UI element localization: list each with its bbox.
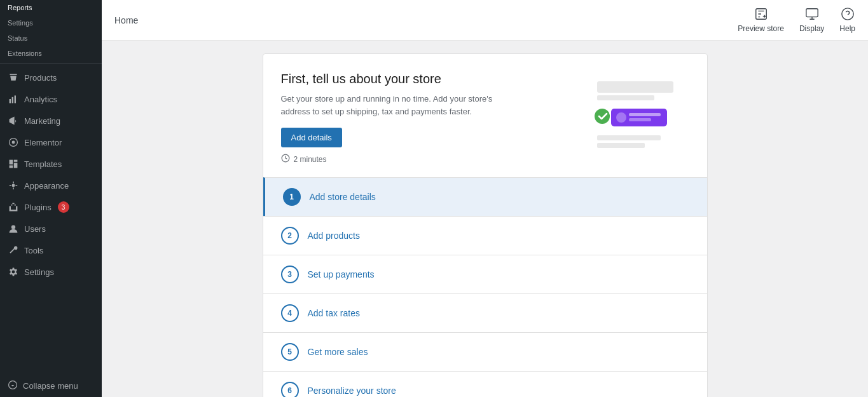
card-hero-text: First, tell us about your store Get your… (281, 72, 575, 165)
sidebar-item-appearance[interactable]: Appearance (0, 175, 102, 196)
svg-rect-21 (629, 113, 661, 116)
clock-icon (281, 154, 290, 165)
sidebar-item-settings-top[interactable]: Settings (0, 15, 102, 30)
svg-rect-1 (12, 97, 13, 104)
sidebar-item-users[interactable]: Users (0, 218, 102, 239)
step-label-2: Add products (308, 231, 361, 241)
step-label-5: Get more sales (308, 347, 368, 357)
svg-rect-5 (10, 160, 13, 165)
steps-list: 1 Add store details 2 Add products 3 Set… (263, 177, 707, 397)
svg-point-20 (616, 112, 626, 123)
help-button[interactable]: Help (839, 7, 855, 33)
step-number-1: 1 (283, 188, 301, 206)
collapse-icon (8, 380, 18, 392)
step-item-5[interactable]: 5 Get more sales (263, 332, 707, 371)
preview-store-icon (754, 7, 768, 23)
display-icon (805, 7, 819, 23)
svg-rect-7 (14, 163, 18, 168)
preview-store-button[interactable]: Preview store (738, 7, 784, 33)
topbar: Home Preview store (102, 0, 868, 41)
sidebar-item-elementor[interactable]: Elementor (0, 131, 102, 153)
sidebar-item-analytics[interactable]: Analytics (0, 88, 102, 110)
card-title: First, tell us about your store (281, 72, 575, 86)
step-item-1[interactable]: 1 Add store details (263, 177, 707, 216)
sidebar-item-templates[interactable]: Templates (0, 153, 102, 175)
step-number-3: 3 (281, 266, 299, 283)
card-description: Get your store up and running in no time… (281, 93, 523, 118)
sidebar-item-marketing[interactable]: Marketing (0, 110, 102, 131)
step-number-5: 5 (281, 343, 299, 361)
help-icon (841, 7, 855, 23)
plugins-badge: 3 (58, 201, 69, 213)
products-icon (8, 72, 19, 83)
settings-icon (8, 266, 19, 278)
sidebar: Reports Settings Status Extensions Produ… (0, 0, 102, 397)
time-estimate: 2 minutes (281, 154, 575, 165)
page-body: First, tell us about your store Get your… (102, 41, 868, 397)
step-item-4[interactable]: 4 Add tax rates (263, 293, 707, 332)
templates-icon (8, 158, 19, 170)
svg-rect-2 (15, 95, 16, 103)
breadcrumb: Home (114, 15, 138, 25)
svg-point-10 (11, 225, 15, 229)
plugins-icon (8, 201, 19, 213)
users-icon (8, 223, 19, 234)
svg-rect-22 (629, 118, 651, 121)
card-illustration (575, 72, 689, 161)
svg-rect-8 (10, 165, 13, 168)
sidebar-item-settings[interactable]: Settings (0, 261, 102, 283)
step-item-2[interactable]: 2 Add products (263, 216, 707, 255)
sidebar-item-products[interactable]: Products (0, 67, 102, 88)
collapse-menu[interactable]: Collapse menu (0, 375, 102, 397)
sidebar-item-extensions[interactable]: Extensions (0, 46, 102, 61)
svg-rect-13 (806, 9, 817, 17)
analytics-icon (8, 93, 19, 105)
sidebar-item-plugins[interactable]: Plugins 3 (0, 196, 102, 218)
sidebar-item-reports[interactable]: Reports (0, 0, 102, 15)
appearance-icon (8, 180, 19, 191)
step-item-6[interactable]: 6 Personalize your store (263, 371, 707, 397)
sidebar-item-status[interactable]: Status (0, 30, 102, 46)
svg-rect-0 (10, 99, 11, 103)
sidebar-item-tools[interactable]: Tools (0, 239, 102, 261)
svg-point-14 (841, 8, 853, 20)
svg-point-9 (12, 184, 15, 187)
step-number-2: 2 (281, 227, 299, 245)
svg-rect-24 (597, 143, 645, 148)
card-hero: First, tell us about your store Get your… (263, 54, 707, 177)
step-label-4: Add tax rates (308, 308, 361, 318)
step-label-1: Add store details (310, 192, 376, 202)
step-item-3[interactable]: 3 Set up payments (263, 255, 707, 293)
step-label-3: Set up payments (308, 269, 375, 279)
topbar-actions: Preview store Display He (738, 7, 855, 33)
tools-icon (8, 245, 19, 256)
svg-rect-16 (597, 81, 673, 93)
elementor-icon (8, 137, 19, 148)
marketing-icon (8, 115, 19, 126)
main-content: Home Preview store (102, 0, 868, 397)
step-number-4: 4 (281, 304, 299, 322)
display-button[interactable]: Display (799, 7, 824, 33)
step-label-6: Personalize your store (308, 386, 396, 396)
add-details-button[interactable]: Add details (281, 128, 342, 147)
setup-card: First, tell us about your store Get your… (263, 53, 708, 397)
svg-rect-17 (597, 95, 654, 100)
svg-rect-6 (14, 160, 18, 162)
svg-point-18 (595, 109, 610, 124)
svg-rect-23 (597, 135, 661, 140)
svg-point-4 (12, 141, 15, 144)
step-number-6: 6 (281, 382, 299, 397)
